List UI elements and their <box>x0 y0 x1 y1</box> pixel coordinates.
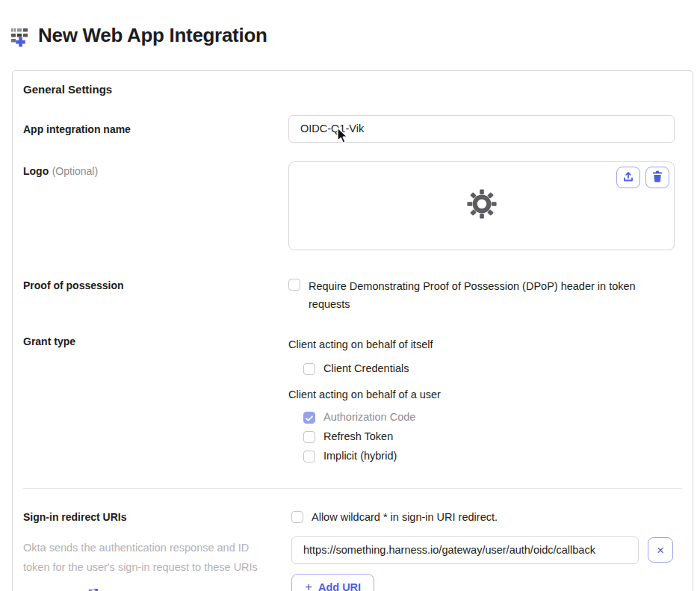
learn-more-link[interactable]: Learn More <box>23 588 99 591</box>
redirect-uri-input[interactable] <box>291 536 639 564</box>
wildcard-checkbox[interactable] <box>291 511 303 523</box>
logo-row: Logo (Optional) <box>23 161 682 250</box>
proof-label: Proof of possession <box>23 279 124 291</box>
authorization-code-checkbox <box>303 412 315 424</box>
refresh-token-label: Refresh Token <box>323 430 393 443</box>
logo-delete-button[interactable] <box>645 167 669 188</box>
app-name-row: App integration name <box>23 115 682 143</box>
grant-group-heading-itself: Client acting on behalf of itself <box>288 338 675 351</box>
app-name-input[interactable] <box>288 115 675 143</box>
page-title: New Web App Integration <box>38 24 267 47</box>
redirect-uri-row: × <box>291 536 678 564</box>
refresh-token-checkbox[interactable] <box>303 431 315 443</box>
implicit-hybrid-label: Implicit (hybrid) <box>323 449 397 462</box>
add-uri-label: Add URI <box>318 581 361 591</box>
trash-icon <box>652 170 663 185</box>
logo-upload-button[interactable] <box>616 167 640 188</box>
grant-type-label: Grant type <box>23 335 75 347</box>
logo-optional-label: (Optional) <box>52 165 98 177</box>
general-settings-card: General Settings App integration name Lo… <box>12 70 693 591</box>
external-link-icon <box>87 588 99 591</box>
grant-option-implicit: Implicit (hybrid) <box>303 449 675 462</box>
grant-option-client-credentials: Client Credentials <box>303 362 675 375</box>
app-name-label: App integration name <box>23 123 131 135</box>
upload-icon <box>622 170 634 185</box>
plus-icon: + <box>305 580 312 591</box>
divider <box>23 488 682 489</box>
close-icon: × <box>657 544 664 557</box>
signin-redirect-row: Sign-in redirect URIs Okta sends the aut… <box>23 510 682 591</box>
grant-group-heading-user: Client acting on behalf of a user <box>288 389 675 401</box>
section-title: General Settings <box>23 83 682 96</box>
implicit-hybrid-checkbox[interactable] <box>303 451 315 462</box>
client-credentials-checkbox[interactable] <box>303 363 315 375</box>
authorization-code-label: Authorization Code <box>323 410 415 424</box>
signin-redirect-description: Okta sends the authentication response a… <box>23 538 273 577</box>
grant-option-authorization-code: Authorization Code <box>303 410 675 424</box>
wildcard-checkbox-label: Allow wildcard * in sign-in URI redirect… <box>312 510 498 525</box>
page-header: New Web App Integration <box>0 0 700 61</box>
client-credentials-label: Client Credentials <box>323 362 409 375</box>
wildcard-option: Allow wildcard * in sign-in URI redirect… <box>291 510 678 525</box>
grant-option-refresh-token: Refresh Token <box>303 430 675 443</box>
dpop-checkbox-label: Require Demonstrating Proof of Possessio… <box>309 277 652 313</box>
signin-redirect-label: Sign-in redirect URIs <box>23 511 273 524</box>
logo-label: Logo <box>23 165 49 177</box>
app-integration-grid-plus-icon <box>10 26 31 47</box>
remove-uri-button[interactable]: × <box>648 537 673 563</box>
check-icon <box>306 411 313 424</box>
gear-icon <box>466 188 498 223</box>
logo-dropzone[interactable] <box>288 161 675 250</box>
proof-of-possession-row: Proof of possession Require Demonstratin… <box>23 277 682 313</box>
grant-type-row: Grant type Client acting on behalf of it… <box>23 333 682 462</box>
dpop-checkbox[interactable] <box>288 279 300 291</box>
add-uri-button[interactable]: + Add URI <box>291 574 374 591</box>
